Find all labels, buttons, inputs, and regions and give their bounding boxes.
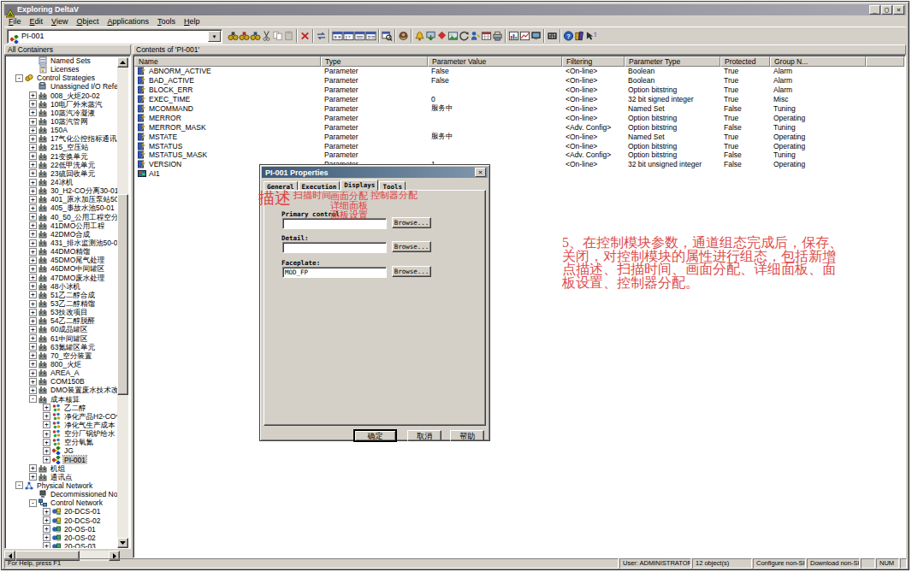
tree-item[interactable]: +通讯点 xyxy=(7,473,118,481)
tree-item[interactable]: +41DMO公用工程 xyxy=(7,221,118,230)
expand-box[interactable]: + xyxy=(29,239,37,247)
view-large-icons-icon[interactable] xyxy=(332,29,343,43)
grid-icon[interactable] xyxy=(481,29,492,43)
expand-box[interactable]: + xyxy=(29,317,37,325)
expand-box[interactable]: + xyxy=(43,516,50,524)
tree-item[interactable]: +47DMO废水处理 xyxy=(7,274,118,282)
expand-box[interactable]: + xyxy=(43,508,50,516)
expand-box[interactable]: + xyxy=(43,404,50,411)
tree-item[interactable]: +21变换单元 xyxy=(7,152,118,161)
chart-trend-icon[interactable] xyxy=(519,29,530,43)
expand-box[interactable]: + xyxy=(29,386,37,394)
parameter-row[interactable]: BLOCK_ERRParameter<On-line>Option bitstr… xyxy=(134,86,904,95)
expand-box[interactable]: + xyxy=(29,135,37,143)
expand-box[interactable]: + xyxy=(29,144,37,151)
view-details-icon[interactable] xyxy=(365,29,376,43)
menu-view[interactable]: View xyxy=(47,16,72,27)
tree-item[interactable]: +10蒸汽冷凝液 xyxy=(7,109,118,117)
menu-file[interactable]: File xyxy=(4,16,26,27)
tree-item[interactable]: +空分氧氮 xyxy=(7,438,118,446)
parameter-row[interactable]: ABNORM_ACTIVEParameterFalse<On-line>Bool… xyxy=(134,67,904,76)
paste-icon[interactable] xyxy=(283,29,294,43)
help-button[interactable]: 帮助 xyxy=(450,430,484,441)
column-header-filtering[interactable]: Filtering xyxy=(562,56,625,67)
parameter-row[interactable]: VERSIONParameter1<On-line>32 bit unsigne… xyxy=(134,160,904,169)
delete-icon[interactable] xyxy=(299,29,311,43)
tree-item[interactable]: +20-DCS-01 xyxy=(7,507,118,516)
tree-item[interactable]: +53技改项目 xyxy=(7,308,118,316)
tree-item[interactable]: -Physical Network xyxy=(7,481,118,490)
expand-box[interactable]: + xyxy=(29,300,37,308)
tree-item[interactable]: +JG xyxy=(7,446,118,455)
tree-item[interactable]: +60成品罐区 xyxy=(7,325,118,333)
tree-item[interactable]: +51乙二醇合成 xyxy=(7,291,118,299)
expand-box[interactable]: + xyxy=(29,343,37,351)
parameter-row[interactable]: MCOMMANDParameter服务中<On-line>Named SetFa… xyxy=(134,104,904,114)
tree-item[interactable]: +20-OS-02 xyxy=(7,534,118,542)
tree-item[interactable]: -Control Network xyxy=(7,498,118,507)
tree-item[interactable]: +30_H2-CO分离30-01 xyxy=(7,186,118,195)
scroll-up-button[interactable] xyxy=(117,57,128,68)
menu-help[interactable]: Help xyxy=(180,16,204,27)
expand-box[interactable]: + xyxy=(29,326,37,333)
detail-browse-button[interactable]: Browse... xyxy=(392,241,431,252)
view-small-icons-icon[interactable] xyxy=(343,29,354,43)
column-header-name[interactable]: Name xyxy=(134,56,321,67)
expand-box[interactable]: + xyxy=(43,421,50,428)
tree-item[interactable]: Decommissioned Nodes xyxy=(7,490,118,498)
expand-box[interactable]: + xyxy=(29,291,37,298)
expand-box[interactable]: + xyxy=(29,187,37,195)
expand-box[interactable]: + xyxy=(43,439,50,446)
copy-icon[interactable] xyxy=(272,29,283,43)
menu-applications[interactable]: Applications xyxy=(103,16,153,27)
expand-box[interactable]: + xyxy=(29,230,37,238)
expand-box[interactable]: + xyxy=(29,196,37,203)
tree-item[interactable]: +20-OS-03 xyxy=(7,542,118,548)
printer-icon[interactable] xyxy=(492,29,503,43)
chart-bar-icon[interactable] xyxy=(508,29,519,43)
help-globe-icon[interactable]: ? xyxy=(563,29,574,43)
tree-item[interactable]: +70_空分装置 xyxy=(7,351,118,360)
explore-assigned-icon[interactable] xyxy=(239,29,250,43)
expand-box[interactable]: + xyxy=(43,430,50,438)
faceplate-input[interactable]: MOD_FP xyxy=(282,267,387,278)
tree-item[interactable]: +405_事故水池50-01 xyxy=(7,203,118,212)
expand-box[interactable]: + xyxy=(29,100,37,108)
expand-box[interactable]: + xyxy=(29,221,37,229)
tree-item[interactable]: +23硫回收单元 xyxy=(7,169,118,178)
parameter-row[interactable]: MSTATUS_MASKParameter<Adv. Config>Option… xyxy=(134,150,904,160)
refresh-icon[interactable] xyxy=(459,29,470,43)
tree-item[interactable]: +45DMO尾气处理 xyxy=(7,256,118,264)
collapse-box[interactable]: - xyxy=(15,74,23,82)
user-icon[interactable] xyxy=(398,29,409,43)
tree-item[interactable]: +PI-001 xyxy=(7,455,118,463)
tree-item[interactable]: +63氮罐区单元 xyxy=(7,343,118,351)
column-header-group-n-[interactable]: Group N... xyxy=(770,56,866,67)
tree-item[interactable]: +机组 xyxy=(7,464,118,473)
tree-item[interactable]: -成本核算 xyxy=(7,394,118,403)
tree-item[interactable]: +AREA_A xyxy=(7,369,118,377)
expand-box[interactable]: + xyxy=(29,473,37,481)
expand-box[interactable]: + xyxy=(29,334,37,342)
module-combo[interactable]: PI-001 ▼ xyxy=(7,29,222,44)
minimize-button[interactable]: _ xyxy=(869,5,880,15)
expand-box[interactable]: + xyxy=(29,309,37,316)
column-header-parameter-type[interactable]: Parameter Type xyxy=(625,56,720,67)
tree-item[interactable]: +净化气生产成本 xyxy=(7,421,118,429)
view-list-icon[interactable] xyxy=(354,29,365,43)
tree-item[interactable]: +431_排水监测池50-03 xyxy=(7,239,118,247)
preview-icon[interactable] xyxy=(382,29,393,43)
expand-box[interactable]: + xyxy=(29,91,37,99)
tree-item[interactable]: +空分厂锅炉给水 xyxy=(7,429,118,438)
parameter-row[interactable]: MERROR_MASKParameter<Adv. Config>Option … xyxy=(134,122,904,132)
expand-box[interactable]: + xyxy=(29,274,37,281)
tree-item[interactable]: -Control Strategies xyxy=(7,74,118,82)
expand-box[interactable]: + xyxy=(43,534,50,541)
expand-box[interactable]: + xyxy=(29,204,37,212)
tree-item[interactable]: +008_火炬20-02 xyxy=(7,91,118,100)
tree-item[interactable]: +10电厂外来蒸汽 xyxy=(7,100,118,109)
explore-all-icon[interactable] xyxy=(228,29,239,43)
cancel-button[interactable]: 取消 xyxy=(407,430,441,441)
expand-box[interactable]: + xyxy=(29,161,37,168)
tree-item[interactable]: +22低甲洗单元 xyxy=(7,161,118,169)
